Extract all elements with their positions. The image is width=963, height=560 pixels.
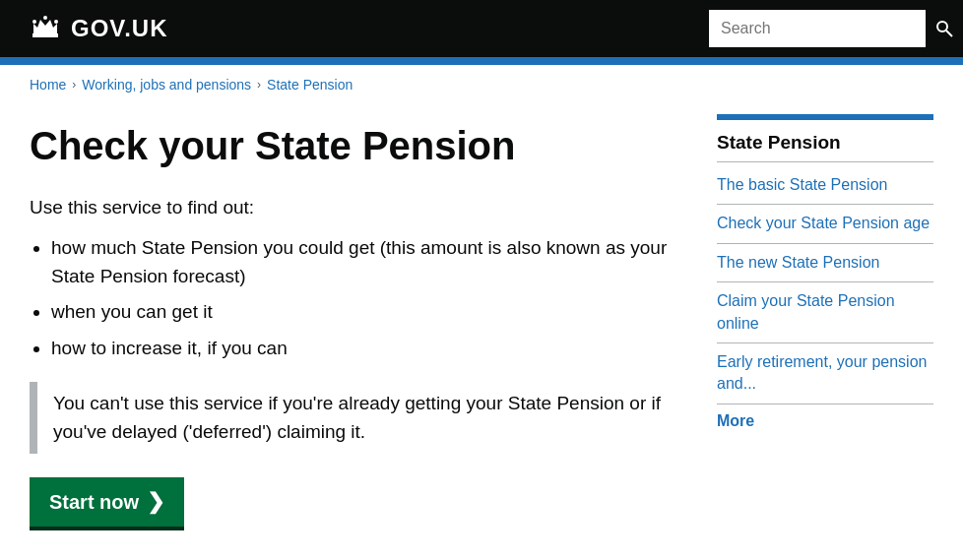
svg-point-4 <box>937 22 947 31</box>
crown-icon <box>30 12 61 45</box>
warning-text: You can't use this service if you're alr… <box>53 390 662 446</box>
sidebar-link-item: The basic State Pension <box>717 166 933 205</box>
svg-point-1 <box>32 20 36 24</box>
sidebar-links: The basic State Pension Check your State… <box>717 166 933 404</box>
list-item: when you can get it <box>51 298 677 327</box>
breadcrumb-state-pension[interactable]: State Pension <box>267 77 353 93</box>
sidebar: State Pension The basic State Pension Ch… <box>717 104 933 530</box>
bullet-list: how much State Pension you could get (th… <box>51 234 677 362</box>
list-item: how to increase it, if you can <box>51 335 677 363</box>
sidebar-link-item: The new State Pension <box>717 244 933 282</box>
intro-text: Use this service to find out: <box>30 197 677 218</box>
blue-accent-bar <box>0 57 963 65</box>
sidebar-link-item: Check your State Pension age <box>717 205 933 243</box>
svg-point-3 <box>54 20 58 24</box>
sidebar-title: State Pension <box>717 120 933 162</box>
sidebar-link-basic-pension[interactable]: The basic State Pension <box>717 166 933 204</box>
sidebar-more-link[interactable]: More <box>717 404 933 438</box>
breadcrumb-separator-2: › <box>257 78 261 92</box>
page-title: Check your State Pension <box>30 124 677 167</box>
svg-point-2 <box>43 16 47 20</box>
sidebar-link-item: Claim your State Pension online <box>717 282 933 343</box>
logo-text: GOV.UK <box>71 15 167 42</box>
sidebar-link-item: Early retirement, your pension and... <box>717 343 933 404</box>
sidebar-link-claim-pension[interactable]: Claim your State Pension online <box>717 282 933 342</box>
sidebar-link-new-pension[interactable]: The new State Pension <box>717 244 933 281</box>
start-button-label: Start now <box>49 491 139 514</box>
breadcrumb-home[interactable]: Home <box>30 77 66 93</box>
sidebar-link-pension-age[interactable]: Check your State Pension age <box>717 205 933 242</box>
site-header: GOV.UK <box>0 0 963 57</box>
svg-rect-0 <box>32 33 58 37</box>
main-content: Check your State Pension Use this servic… <box>30 104 677 530</box>
search-button[interactable] <box>926 10 963 47</box>
breadcrumb-working-jobs[interactable]: Working, jobs and pensions <box>82 77 251 93</box>
search-input[interactable] <box>709 10 926 47</box>
sidebar-link-early-retirement[interactable]: Early retirement, your pension and... <box>717 343 933 404</box>
breadcrumb: Home › Working, jobs and pensions › Stat… <box>0 65 963 104</box>
start-now-button[interactable]: Start now ❯ <box>30 477 184 530</box>
svg-line-5 <box>946 31 952 36</box>
main-container: Check your State Pension Use this servic… <box>0 104 963 530</box>
search-container <box>709 10 963 47</box>
list-item: how much State Pension you could get (th… <box>51 234 677 290</box>
breadcrumb-separator-1: › <box>72 78 76 92</box>
warning-box: You can't use this service if you're alr… <box>30 382 677 454</box>
gov-uk-logo[interactable]: GOV.UK <box>30 12 167 45</box>
start-arrow-icon: ❯ <box>147 489 164 515</box>
